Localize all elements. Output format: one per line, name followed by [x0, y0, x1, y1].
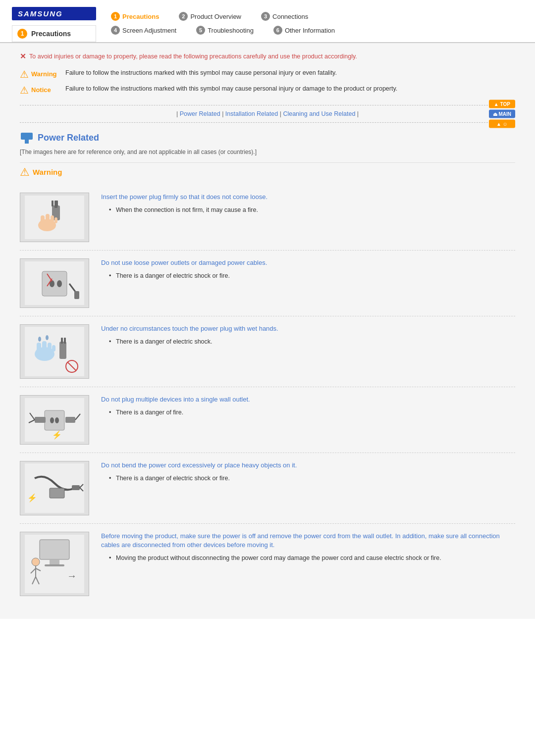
power-section-title: Power Related [20, 133, 515, 144]
instruction-row-6: → Before moving the product, make sure t… [20, 524, 515, 604]
top-button[interactable]: ▲ TOP [489, 100, 515, 108]
svg-rect-1 [25, 138, 29, 144]
notice-badge-row: ⚠ Notice Failure to follow the instructi… [20, 84, 515, 96]
svg-rect-24 [37, 343, 41, 351]
instruction-content-6: Before moving the product, make sure the… [101, 532, 515, 563]
instruction-img-5: ⚡ [20, 461, 89, 515]
bullet-6-0: • Moving the product without disconnecti… [109, 554, 515, 563]
svg-text:⚡: ⚡ [27, 493, 37, 503]
notice-label: Notice [31, 86, 51, 94]
instruction-bullets-6: • Moving the product without disconnecti… [101, 554, 515, 563]
main-button[interactable]: ⏏ MAIN [489, 109, 515, 118]
svg-rect-11 [51, 215, 54, 222]
svg-point-55 [32, 558, 40, 566]
bullet-5-0: • There is a danger of electric shock or… [109, 474, 515, 483]
svg-rect-27 [52, 345, 55, 352]
instruction-row-2: Do not use loose power outlets or damage… [20, 251, 515, 316]
nav-item-precautions[interactable]: 1 Precautions [111, 12, 159, 21]
warning-label: Warning [31, 70, 57, 78]
bullet-4-0: • There is a danger of fire. [109, 408, 515, 417]
svg-rect-26 [48, 343, 52, 350]
svg-point-37 [50, 417, 54, 423]
nav-item-product-overview[interactable]: 2 Product Overview [179, 12, 241, 21]
badges-container: ⚠ Warning Failure to follow the instruct… [20, 68, 515, 96]
instruction-bullets-2: • There is a danger of electric shock or… [101, 271, 515, 281]
svg-rect-6 [56, 201, 58, 206]
nav-item-screen-adjustment[interactable]: 4 Screen Adjustment [111, 26, 176, 35]
svg-rect-47 [72, 485, 80, 490]
instruction-title-5: Do not bend the power cord excessively o… [101, 461, 515, 470]
link-installation-related[interactable]: Installation Related [225, 110, 278, 117]
instruction-row-5: ⚡ Do not bend the power cord excessively… [20, 453, 515, 524]
svg-rect-46 [50, 488, 64, 498]
instruction-img-4: ⚡ [20, 395, 89, 445]
notice-text: Failure to follow the instructions marke… [65, 84, 397, 94]
instruction-bullets-5: • There is a danger of electric shock or… [101, 474, 515, 483]
bullet-1-0: • When the connection is not firm, it ma… [109, 205, 515, 215]
warning-text: Failure to follow the instructions marke… [65, 68, 337, 78]
x-icon: ✕ [20, 52, 26, 61]
nav-row-2: 4 Screen Adjustment 5 Troubleshooting 6 … [111, 26, 523, 35]
precautions-num-badge: 1 [17, 29, 27, 39]
warning-badge: ⚠ Warning [20, 68, 59, 80]
instruction-content-2: Do not use loose power outlets or damage… [101, 258, 515, 281]
precautions-label: Precautions [31, 30, 71, 38]
instruction-bullets-4: • There is a danger of fire. [101, 408, 515, 417]
svg-point-38 [55, 417, 59, 423]
bullet-3-0: • There is a danger of electric shock. [109, 337, 515, 347]
svg-rect-31 [61, 338, 63, 344]
svg-rect-54 [45, 564, 64, 566]
instruction-title-6: Before moving the product, make sure the… [101, 532, 515, 550]
instruction-content-4: Do not plug multiple devices into a sing… [101, 395, 515, 417]
notice-bar: ✕ To avoid injuries or damage to propert… [20, 52, 515, 61]
instruction-img-1 [20, 193, 89, 242]
instruction-img-2 [20, 258, 89, 308]
svg-rect-30 [59, 342, 66, 359]
svg-rect-5 [52, 201, 54, 206]
svg-rect-32 [64, 338, 66, 344]
nav-item-troubleshooting[interactable]: 5 Troubleshooting [196, 26, 254, 35]
instruction-row-4: ⚡ Do not plug multiple devices into a si… [20, 387, 515, 453]
instruction-title-1: Insert the power plug firmly so that it … [101, 193, 515, 202]
nav-item-connections[interactable]: 3 Connections [261, 12, 308, 21]
svg-rect-39 [35, 417, 46, 423]
instruction-content-3: Under no circumstances touch the power p… [101, 324, 515, 347]
nav-item-other-information[interactable]: 6 Other Information [273, 26, 335, 35]
bullet-2-0: • There is a danger of electric shock or… [109, 271, 515, 281]
links-bar: | Power Related | Installation Related |… [20, 105, 515, 123]
svg-rect-20 [74, 291, 79, 299]
instruction-content-5: Do not bend the power cord excessively o… [101, 461, 515, 483]
side-buttons: ▲ TOP ⏏ MAIN ▲ ☺ [489, 100, 515, 128]
instruction-img-3 [20, 324, 89, 379]
svg-rect-21 [25, 327, 84, 376]
warning-badge-row: ⚠ Warning Failure to follow the instruct… [20, 68, 515, 80]
instruction-content-1: Insert the power plug firmly so that it … [101, 193, 515, 216]
warning-section-icon: ⚠ [20, 166, 30, 179]
link-power-related[interactable]: Power Related [180, 110, 220, 117]
svg-rect-53 [50, 559, 59, 564]
svg-rect-36 [45, 410, 64, 430]
instruction-title-3: Under no circumstances touch the power p… [101, 324, 515, 333]
notice-triangle-icon: ⚠ [20, 84, 29, 96]
svg-rect-25 [42, 341, 47, 350]
instruction-title-4: Do not plug multiple devices into a sing… [101, 395, 515, 404]
svg-point-28 [38, 337, 41, 342]
svg-text:⚡: ⚡ [52, 430, 62, 440]
reference-note: [The images here are for reference only,… [20, 149, 515, 155]
svg-text:→: → [67, 570, 77, 581]
power-icon [20, 133, 34, 144]
instruction-row-1: Insert the power plug firmly so that it … [20, 185, 515, 251]
notice-badge: ⚠ Notice [20, 84, 59, 96]
samsung-logo: SAMSUNG [12, 7, 96, 20]
svg-point-16 [57, 280, 62, 287]
svg-rect-42 [65, 417, 75, 423]
instruction-bullets-3: • There is a danger of electric shock. [101, 337, 515, 347]
svg-rect-52 [40, 540, 69, 559]
svg-rect-10 [46, 214, 50, 222]
nav-row-1: 1 Precautions 2 Product Overview 3 Conne… [111, 12, 523, 21]
link-cleaning-use-related[interactable]: Cleaning and Use Related [283, 110, 355, 117]
warning-section-text: Warning [33, 168, 62, 176]
power-section-label: Power Related [38, 133, 99, 143]
up-button[interactable]: ▲ ☺ [489, 119, 515, 128]
warning-triangle-icon: ⚠ [20, 68, 29, 80]
